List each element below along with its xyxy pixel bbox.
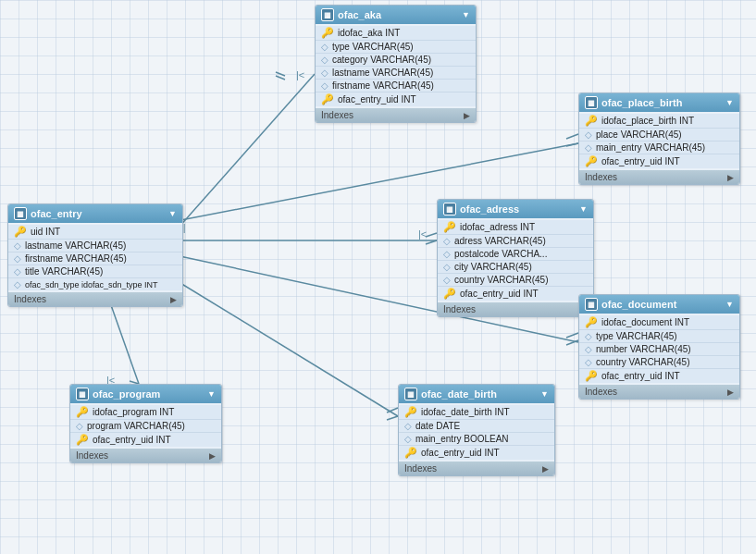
diamond-icon: ◇ <box>585 142 592 153</box>
field-row: ◇firstname VARCHAR(45) <box>316 80 476 92</box>
diamond-icon: ◇ <box>404 421 412 431</box>
table-ofac-entry: ▦ ofac_entry ▼ 🔑uid INT ◇lastname VARCHA… <box>7 203 183 307</box>
svg-line-24 <box>387 416 398 420</box>
table-body-ofac-entry: 🔑uid INT ◇lastname VARCHAR(45) ◇firstnam… <box>8 223 182 292</box>
dropdown-arrow-ofac-aka[interactable]: ▼ <box>462 10 470 19</box>
field-text: idofac_date_birth INT <box>421 407 510 417</box>
field-text: ofac_entry_uid INT <box>601 156 680 166</box>
table-icon-ofac-entry: ▦ <box>14 207 27 220</box>
indexes-label: Indexes <box>404 463 437 474</box>
field-text: postalcode VARCHA... <box>454 249 547 259</box>
diamond-icon: ◇ <box>321 55 328 65</box>
diamond-icon: ◇ <box>443 262 451 272</box>
fk-icon: 🔑 <box>585 370 598 382</box>
diamond-icon: ◇ <box>585 129 592 140</box>
table-icon-ofac-program: ▦ <box>76 388 89 400</box>
table-header-ofac-entry[interactable]: ▦ ofac_entry ▼ <box>8 204 182 223</box>
field-text: main_entry VARCHAR(45) <box>596 142 705 153</box>
field-row: 🔑ofac_entry_uid INT <box>399 446 554 460</box>
field-row: ◇number VARCHAR(45) <box>579 343 739 356</box>
field-text: adress VARCHAR(45) <box>454 236 546 246</box>
field-text: city VARCHAR(45) <box>454 262 532 272</box>
field-row: 🔑ofac_entry_uid INT <box>579 154 739 168</box>
table-footer-ofac-adress[interactable]: Indexes ▶ <box>438 302 593 316</box>
field-text: firstname VARCHAR(45) <box>25 253 127 264</box>
field-row: ◇title VARCHAR(45) <box>8 265 182 278</box>
table-header-ofac-date-birth[interactable]: ▦ ofac_date_birth ▼ <box>399 385 554 403</box>
table-body-ofac-document: 🔑idofac_document INT ◇type VARCHAR(45) ◇… <box>579 314 739 385</box>
dropdown-arrow-ofac-entry[interactable]: ▼ <box>168 209 177 218</box>
footer-arrow: ▶ <box>209 451 216 461</box>
field-row: ◇main_entry BOOLEAN <box>399 433 554 446</box>
table-icon-ofac-date-birth: ▦ <box>404 388 417 400</box>
table-body-ofac-adress: 🔑idofac_adress INT ◇adress VARCHAR(45) ◇… <box>438 218 593 302</box>
pk-icon: 🔑 <box>14 226 27 238</box>
diamond-icon: ◇ <box>443 249 451 259</box>
field-text: idofac_adress INT <box>460 222 535 232</box>
field-text: idofac_aka INT <box>338 28 400 38</box>
svg-line-18 <box>426 240 437 244</box>
table-footer-ofac-aka[interactable]: Indexes ▶ <box>316 108 476 122</box>
field-text: country VARCHAR(45) <box>596 357 690 367</box>
svg-text:|<: |< <box>296 69 304 80</box>
table-name-ofac-program: ofac_program <box>93 388 160 400</box>
table-header-ofac-aka[interactable]: ▦ ofac_aka ▼ <box>316 6 476 24</box>
field-text: ofac_entry_uid INT <box>601 371 680 381</box>
fk-icon: 🔑 <box>443 288 456 300</box>
footer-arrow: ▶ <box>542 464 549 474</box>
diamond-icon: ◇ <box>404 434 412 444</box>
diamond-icon: ◇ <box>14 266 21 277</box>
table-header-ofac-document[interactable]: ▦ ofac_document ▼ <box>579 295 739 314</box>
field-row: ◇city VARCHAR(45) <box>438 261 593 274</box>
footer-arrow: ▶ <box>464 111 470 120</box>
svg-text:|<: |< <box>418 228 427 240</box>
pk-icon: 🔑 <box>585 316 598 328</box>
table-ofac-adress: ▦ ofac_adress ▼ 🔑idofac_adress INT ◇adre… <box>437 199 594 317</box>
table-name-ofac-document: ofac_document <box>601 299 676 310</box>
field-text: date DATE <box>415 421 460 431</box>
field-row: 🔑idofac_program INT <box>70 405 221 420</box>
pk-icon: 🔑 <box>443 221 456 233</box>
table-ofac-document: ▦ ofac_document ▼ 🔑idofac_document INT ◇… <box>578 294 740 400</box>
dropdown-arrow-ofac-adress[interactable]: ▼ <box>579 204 588 214</box>
table-footer-ofac-program[interactable]: Indexes ▶ <box>70 449 221 462</box>
dropdown-arrow-ofac-date-birth[interactable]: ▼ <box>540 389 549 399</box>
dropdown-arrow-ofac-document[interactable]: ▼ <box>725 300 734 309</box>
field-text: idofac_place_birth INT <box>601 116 694 126</box>
diamond-icon: ◇ <box>321 68 328 78</box>
diamond-icon: ◇ <box>14 253 21 264</box>
field-row: 🔑idofac_aka INT <box>316 26 476 41</box>
table-header-ofac-adress[interactable]: ▦ ofac_adress ▼ <box>438 200 593 218</box>
table-footer-ofac-entry[interactable]: Indexes ▶ <box>8 292 182 306</box>
field-row: 🔑ofac_entry_uid INT <box>316 92 476 106</box>
field-text: country VARCHAR(45) <box>454 275 549 285</box>
field-row: ◇program VARCHAR(45) <box>70 420 221 433</box>
table-footer-ofac-date-birth[interactable]: Indexes ▶ <box>399 462 554 475</box>
field-row: ◇firstname VARCHAR(45) <box>8 252 182 265</box>
field-text: ofac_entry_uid INT <box>93 435 171 445</box>
field-text: ofac_entry_uid INT <box>338 94 416 105</box>
table-name-ofac-place-birth: ofac_place_birth <box>601 97 682 108</box>
table-name-ofac-adress: ofac_adress <box>460 203 519 215</box>
footer-arrow: ▶ <box>727 388 734 397</box>
field-row: ◇type VARCHAR(45) <box>316 41 476 54</box>
diamond-icon: ◇ <box>321 42 328 52</box>
table-body-ofac-date-birth: 🔑idofac_date_birth INT ◇date DATE ◇main_… <box>399 403 554 462</box>
table-footer-ofac-place-birth[interactable]: Indexes ▶ <box>579 170 739 184</box>
field-row: ◇lastname VARCHAR(45) <box>316 67 476 80</box>
table-header-ofac-place-birth[interactable]: ▦ ofac_place_birth ▼ <box>579 93 739 112</box>
fk-icon: 🔑 <box>585 155 598 167</box>
svg-line-21 <box>566 333 578 338</box>
table-footer-ofac-document[interactable]: Indexes ▶ <box>579 385 739 399</box>
field-text: type VARCHAR(45) <box>332 42 414 52</box>
dropdown-arrow-ofac-place-birth[interactable]: ▼ <box>725 98 734 107</box>
field-row: ◇country VARCHAR(45) <box>438 274 593 287</box>
table-icon-ofac-aka: ▦ <box>321 8 334 21</box>
pk-icon: 🔑 <box>404 406 417 418</box>
field-text: ofac_entry_uid INT <box>421 448 500 458</box>
dropdown-arrow-ofac-program[interactable]: ▼ <box>207 389 216 399</box>
table-header-ofac-program[interactable]: ▦ ofac_program ▼ <box>70 385 221 403</box>
svg-line-20 <box>566 143 578 146</box>
field-row: ◇adress VARCHAR(45) <box>438 235 593 248</box>
table-icon-ofac-document: ▦ <box>585 298 598 311</box>
